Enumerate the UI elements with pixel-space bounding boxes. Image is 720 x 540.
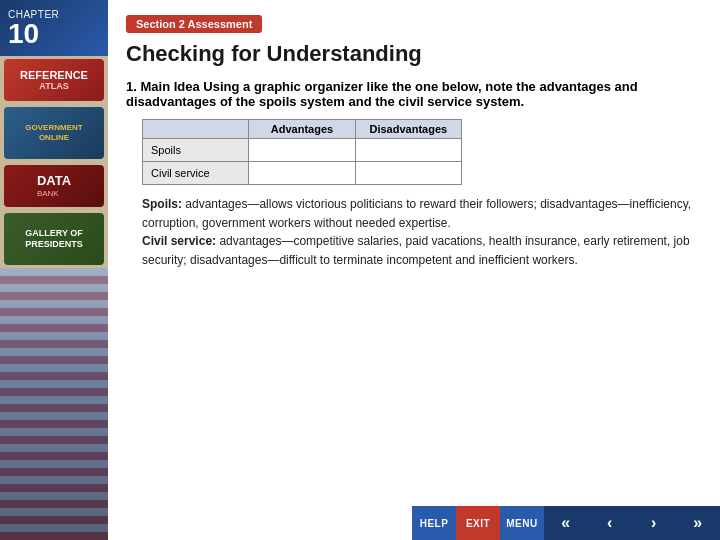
bottom-toolbar: HELP EXIT MENU « ‹ › » [412, 506, 720, 540]
menu-button[interactable]: MENU [500, 506, 544, 540]
exit-button[interactable]: EXIT [456, 506, 500, 540]
page-title: Checking for Understanding [126, 41, 702, 67]
spoils-answer-text: advantages—allows victorious politicians… [142, 197, 691, 230]
graphic-organizer-table: Advantages Disadvantages Spoils Civil se… [142, 119, 462, 185]
government-sublabel: Online [25, 133, 82, 143]
answer-block: Spoils: advantages—allows victorious pol… [142, 195, 702, 269]
organizer-header-blank [143, 120, 249, 139]
main-idea-label: Main Idea [140, 79, 199, 94]
nav-forward-far-icon: » [693, 514, 702, 532]
spoils-disadvantages-cell [355, 139, 461, 162]
civil-service-label-cell: Civil service [143, 162, 249, 185]
civil-service-term: Civil service: [142, 234, 216, 248]
nav-back-button[interactable]: ‹ [588, 506, 632, 540]
spoils-label-cell: Spoils [143, 139, 249, 162]
sidebar: Chapter 10 Reference Atlas GOVERNMENT On… [0, 0, 108, 540]
sidebar-bottom-image [0, 268, 108, 540]
section-assessment-badge: Section 2 Assessment [126, 15, 262, 33]
sidebar-item-gallery-presidents[interactable]: Gallery of Presidents [4, 213, 104, 265]
sidebar-item-reference-atlas[interactable]: Reference Atlas [4, 59, 104, 101]
spoils-term: Spoils: [142, 197, 182, 211]
nav-forward-icon: › [651, 514, 657, 532]
organizer-row-civil-service: Civil service [143, 162, 462, 185]
flag-pattern-decoration [0, 268, 108, 540]
government-label: GOVERNMENT [25, 123, 82, 133]
nav-back-icon: ‹ [607, 514, 613, 532]
nav-forward-far-button[interactable]: » [676, 506, 720, 540]
databank-label: DATA BANK [37, 174, 71, 197]
government-logo: GOVERNMENT Online [25, 123, 82, 142]
main-content: Section 2 Assessment Checking for Unders… [108, 0, 720, 540]
organizer-header-disadvantages: Disadvantages [355, 120, 461, 139]
spoils-advantages-cell [249, 139, 355, 162]
sidebar-item-government-online[interactable]: GOVERNMENT Online [4, 107, 104, 159]
sidebar-item-data-bank[interactable]: DATA BANK [4, 165, 104, 207]
civil-service-disadvantages-cell [355, 162, 461, 185]
organizer-header-advantages: Advantages [249, 120, 355, 139]
question-number: 1. Main Idea Using a graphic organizer l… [126, 79, 702, 109]
nav-back-far-icon: « [561, 514, 570, 532]
reference-title: Reference [20, 69, 88, 81]
gallery-sublabel: Presidents [25, 239, 83, 250]
civil-service-answer-text: advantages—competitive salaries, paid va… [142, 234, 690, 267]
question-1: 1. Main Idea Using a graphic organizer l… [126, 79, 702, 109]
civil-service-answer: Civil service: advantages—competitive sa… [142, 232, 702, 269]
help-button[interactable]: HELP [412, 506, 456, 540]
spoils-answer: Spoils: advantages—allows victorious pol… [142, 195, 702, 232]
civil-service-advantages-cell [249, 162, 355, 185]
chapter-number: 10 [8, 20, 100, 48]
nav-back-far-button[interactable]: « [544, 506, 588, 540]
nav-forward-button[interactable]: › [632, 506, 676, 540]
question-body-text: Using a graphic organizer like the one b… [126, 79, 638, 109]
gallery-label: Gallery of [25, 228, 83, 239]
reference-sublabel: Atlas [39, 81, 68, 91]
chapter-header: Chapter 10 [0, 0, 108, 56]
organizer-row-spoils: Spoils [143, 139, 462, 162]
